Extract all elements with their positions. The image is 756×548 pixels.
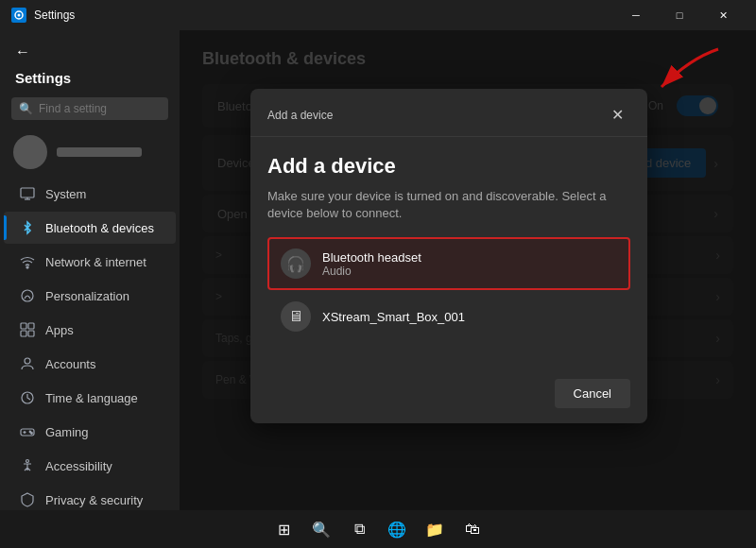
sidebar-item-system[interactable]: System: [4, 178, 176, 210]
red-arrow-annotation: [624, 40, 737, 115]
window-title: Settings: [34, 9, 75, 22]
accessibility-icon: [19, 457, 36, 474]
device-type-headset: Audio: [322, 265, 617, 278]
sidebar-item-time[interactable]: Time & language: [4, 382, 176, 414]
apps-label: Apps: [45, 323, 74, 337]
bluetooth-label: Bluetooth & devices: [45, 221, 154, 235]
add-device-dialog: Add a device ✕ Add a device Make sure yo…: [250, 89, 647, 423]
user-avatar: [13, 135, 47, 169]
device-info-smartbox: XStream_Smart_Box_001: [322, 310, 617, 324]
system-icon: [19, 185, 36, 202]
svg-point-1: [18, 14, 21, 17]
sidebar-item-bluetooth[interactable]: Bluetooth & devices: [4, 212, 176, 244]
accounts-icon: [19, 355, 36, 372]
sidebar-item-network[interactable]: Network & internet: [4, 246, 176, 278]
taskbar-start-icon[interactable]: ⊞: [266, 512, 301, 546]
taskbar-edge-icon[interactable]: 🌐: [380, 512, 414, 546]
gaming-label: Gaming: [45, 425, 89, 439]
dialog-subtitle: Make sure your device is turned on and d…: [267, 188, 630, 222]
sidebar-item-gaming[interactable]: Gaming: [4, 416, 176, 448]
svg-point-18: [26, 460, 29, 463]
device-item-headset[interactable]: 🎧 Bluetooth headset Audio: [267, 237, 630, 290]
gaming-icon: [19, 423, 36, 440]
cancel-button[interactable]: Cancel: [555, 379, 630, 408]
svg-rect-9: [21, 331, 26, 336]
device-list: 🎧 Bluetooth headset Audio 🖥 XStream_Smar…: [267, 237, 630, 343]
settings-window-icon: [11, 8, 26, 23]
sidebar-item-accessibility[interactable]: Accessibility: [4, 450, 176, 482]
user-profile[interactable]: [0, 128, 180, 177]
title-bar-left: Settings: [11, 8, 75, 23]
sidebar: ← Settings 🔍 System: [0, 30, 180, 510]
accessibility-label: Accessibility: [45, 459, 112, 473]
sidebar-title: Settings: [0, 66, 180, 94]
sidebar-item-privacy[interactable]: Privacy & security: [4, 484, 176, 510]
close-button[interactable]: ✕: [701, 0, 745, 30]
svg-rect-10: [28, 331, 34, 336]
maximize-button[interactable]: □: [658, 0, 701, 30]
svg-point-11: [25, 358, 30, 364]
time-icon: [19, 389, 36, 406]
device-info-headset: Bluetooth headset Audio: [322, 250, 617, 278]
back-arrow-icon: ←: [15, 43, 30, 60]
dialog-footer: Cancel: [250, 369, 647, 423]
bluetooth-icon: [19, 219, 36, 236]
svg-rect-7: [21, 323, 26, 329]
taskbar-search-icon[interactable]: 🔍: [304, 512, 338, 546]
sidebar-item-personalization[interactable]: Personalization: [4, 280, 176, 312]
smartbox-icon: 🖥: [281, 301, 311, 332]
minimize-button[interactable]: ─: [614, 0, 658, 30]
taskbar-taskview-icon[interactable]: ⧉: [342, 512, 376, 546]
headset-icon: 🎧: [281, 248, 311, 279]
taskbar-store-icon[interactable]: 🛍: [455, 512, 490, 546]
network-icon: [19, 253, 36, 270]
user-name: [57, 147, 142, 157]
svg-rect-2: [21, 188, 34, 197]
personalization-label: Personalization: [45, 289, 129, 303]
time-label: Time & language: [45, 391, 138, 405]
svg-rect-8: [28, 323, 34, 329]
dialog-header: Add a device ✕: [250, 89, 647, 137]
window-controls: ─ □ ✕: [614, 0, 745, 30]
network-label: Network & internet: [45, 255, 146, 269]
search-box[interactable]: 🔍: [11, 97, 168, 120]
system-label: System: [45, 187, 86, 201]
back-button[interactable]: ←: [0, 38, 180, 66]
dialog-main-title: Add a device: [267, 154, 630, 179]
svg-point-5: [26, 266, 28, 268]
svg-point-17: [31, 433, 33, 435]
apps-icon: [19, 321, 36, 338]
device-name-smartbox: XStream_Smart_Box_001: [322, 310, 617, 324]
device-name-headset: Bluetooth headset: [322, 250, 617, 265]
dialog-body: Add a device Make sure your device is tu…: [250, 137, 647, 369]
main-content: ← Settings 🔍 System: [0, 30, 756, 510]
dialog-overlay: Add a device ✕ Add a device Make sure yo…: [180, 30, 756, 510]
privacy-label: Privacy & security: [45, 493, 143, 507]
search-input[interactable]: [39, 102, 161, 115]
dialog-header-title: Add a device: [267, 109, 333, 122]
search-icon: 🔍: [19, 102, 33, 115]
privacy-icon: [19, 491, 36, 508]
sidebar-item-apps[interactable]: Apps: [4, 314, 176, 346]
personalization-icon: [19, 287, 36, 304]
sidebar-item-accounts[interactable]: Accounts: [4, 348, 176, 380]
taskbar-explorer-icon[interactable]: 📁: [418, 512, 452, 546]
taskbar: ⊞ 🔍 ⧉ 🌐 📁 🛍: [0, 510, 756, 548]
device-item-smartbox[interactable]: 🖥 XStream_Smart_Box_001: [267, 290, 630, 343]
content-area: Bluetooth & devices Bluetooth On Devices…: [180, 30, 756, 510]
accounts-label: Accounts: [45, 357, 95, 371]
title-bar: Settings ─ □ ✕: [0, 0, 756, 30]
